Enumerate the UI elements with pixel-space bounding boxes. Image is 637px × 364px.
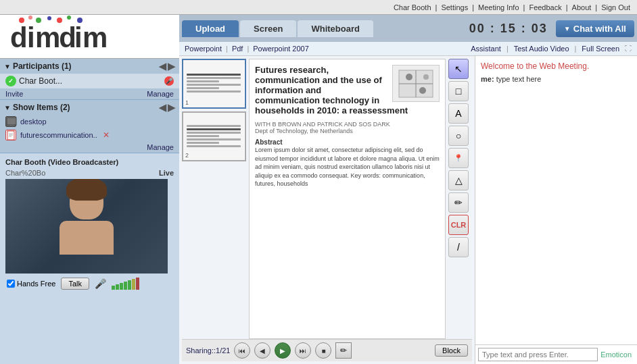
video-live-label: Live: [159, 169, 174, 177]
video-frame: [5, 179, 168, 274]
participants-next-arrow[interactable]: ▶: [168, 61, 175, 71]
svg-text:d: d: [10, 22, 26, 52]
full-screen-icon: ⛶: [625, 45, 632, 53]
participants-collapse-icon[interactable]: ▼: [4, 63, 11, 70]
svg-point-3: [47, 16, 51, 20]
thumbnail-2[interactable]: 2: [182, 111, 246, 161]
feedback-link[interactable]: Feedback: [529, 3, 561, 11]
emoticon-button[interactable]: Emoticon: [598, 350, 634, 359]
pdf-link[interactable]: Pdf: [232, 45, 243, 53]
signal-bar-2: [116, 284, 119, 290]
cursor-icon: ↖: [454, 63, 463, 74]
fast-forward-button[interactable]: ⏭: [295, 342, 311, 359]
sign-out-link[interactable]: Sign Out: [601, 3, 630, 11]
chat-me-label: me:: [481, 75, 494, 83]
triangle-tool[interactable]: △: [448, 170, 469, 190]
meeting-timer: 00 : 15 : 03: [469, 22, 548, 36]
powerpoint-link[interactable]: Powerpoint: [185, 45, 222, 53]
clr-button[interactable]: CLR: [448, 215, 469, 235]
full-screen-link[interactable]: Full Screen: [582, 45, 619, 53]
participants-nav-arrows: ◀ ▶: [159, 61, 175, 71]
assistant-link[interactable]: Assistant: [471, 45, 501, 53]
content-split: 1: [179, 56, 637, 364]
chat-with-dropdown-icon: ▼: [564, 25, 571, 32]
line-tool[interactable]: /: [448, 237, 469, 257]
svg-point-1: [28, 16, 32, 20]
talk-button[interactable]: Talk: [61, 278, 89, 290]
top-nav-bar: Char Booth | Settings | Meeting Info | F…: [0, 0, 637, 15]
block-button[interactable]: Block: [435, 344, 468, 357]
svg-text:i: i: [74, 22, 81, 52]
fast-forward-icon: ⏭: [300, 347, 306, 355]
draw-icon: ✏: [340, 346, 347, 355]
test-audio-link[interactable]: Test Audio Video: [514, 45, 569, 53]
participants-prev-arrow[interactable]: ◀: [159, 61, 166, 71]
thumb-image-1: [183, 60, 244, 107]
show-items-manage-row: Manage: [0, 142, 179, 153]
prev-button[interactable]: ◀: [254, 342, 270, 359]
pin-tool[interactable]: 📍: [448, 148, 469, 168]
signal-bars: [112, 278, 139, 290]
chat-with-label: Chat with All: [573, 24, 626, 34]
settings-link[interactable]: Settings: [441, 3, 468, 11]
chat-input-field[interactable]: [478, 348, 598, 361]
pencil-tool-btn[interactable]: ✏: [448, 192, 469, 213]
invite-manage-row: Invite Manage: [0, 88, 179, 99]
svg-rect-13: [9, 125, 14, 126]
stop-button[interactable]: ■: [315, 342, 331, 359]
svg-point-5: [67, 16, 71, 20]
invite-link[interactable]: Invite: [5, 90, 23, 98]
rewind-button[interactable]: ⏮: [234, 342, 250, 359]
participants-label: Participants (1): [13, 61, 72, 71]
square-tool[interactable]: □: [448, 81, 469, 101]
show-items-header: ▼ Show Items (2) ◀ ▶: [0, 100, 179, 115]
thumbnail-1[interactable]: 1: [182, 59, 246, 109]
text-tool[interactable]: A: [448, 103, 469, 124]
main-slide: Futures research, communication and the …: [249, 59, 446, 339]
video-username: Char%20Bo: [5, 169, 45, 177]
circle-tool[interactable]: ○: [448, 126, 469, 146]
show-items-nav-arrows: ◀ ▶: [159, 103, 175, 112]
cursor-tool[interactable]: ↖: [448, 59, 469, 79]
manage-participants-link[interactable]: Manage: [147, 90, 174, 98]
thumb-number-2: 2: [185, 152, 189, 159]
manage-items-link[interactable]: Manage: [147, 143, 174, 151]
participant-mic-icon[interactable]: 🎤: [164, 76, 174, 86]
about-link[interactable]: About: [572, 3, 592, 11]
doc-item-link[interactable]: futurescommunication..: [20, 131, 97, 139]
show-items-prev-arrow[interactable]: ◀: [159, 103, 166, 112]
triangle-icon: △: [455, 175, 463, 186]
signal-bar-5: [128, 280, 131, 290]
video-feed: [5, 179, 168, 274]
remove-item-icon[interactable]: ✕: [103, 130, 110, 140]
powerpoint2007-link[interactable]: Powerpoint 2007: [253, 45, 309, 53]
desktop-item-link[interactable]: desktop: [20, 118, 47, 126]
signal-bar-4: [124, 282, 127, 290]
svg-text:m: m: [82, 22, 106, 52]
presentation-area: 1: [179, 56, 475, 364]
stop-icon: ■: [321, 347, 325, 355]
draw-tool-playback[interactable]: ✏: [335, 342, 352, 359]
video-info-bar: Char%20Bo Live: [3, 168, 176, 178]
desktop-icon: [5, 116, 16, 127]
show-items-next-arrow[interactable]: ▶: [168, 103, 175, 112]
chat-with-button[interactable]: ▼ Chat with All: [556, 20, 634, 37]
meeting-info-link[interactable]: Meeting Info: [478, 3, 519, 11]
rewind-icon: ⏮: [239, 347, 245, 355]
person-body: [60, 221, 114, 255]
play-button[interactable]: ▶: [275, 342, 291, 359]
hands-free-checkbox[interactable]: [7, 280, 15, 288]
show-item-doc: futurescommunication.. ✕: [0, 128, 179, 142]
thumb-image-2: [183, 113, 244, 160]
tab-screen[interactable]: Screen: [240, 20, 296, 37]
svg-point-23: [423, 74, 429, 80]
content-area: Upload Screen Whiteboard 00 : 15 : 03 ▼ …: [179, 15, 637, 364]
circle-icon: ○: [456, 130, 461, 141]
tab-upload[interactable]: Upload: [182, 20, 239, 37]
square-icon: □: [456, 86, 461, 97]
hands-free-label[interactable]: Hands Free: [7, 280, 55, 288]
microphone-icon: 🎤: [95, 278, 106, 289]
show-items-section: ▼ Show Items (2) ◀ ▶ desktop futurescomm…: [0, 100, 179, 153]
show-items-collapse-icon[interactable]: ▼: [4, 104, 11, 111]
tab-whiteboard[interactable]: Whiteboard: [298, 20, 373, 37]
